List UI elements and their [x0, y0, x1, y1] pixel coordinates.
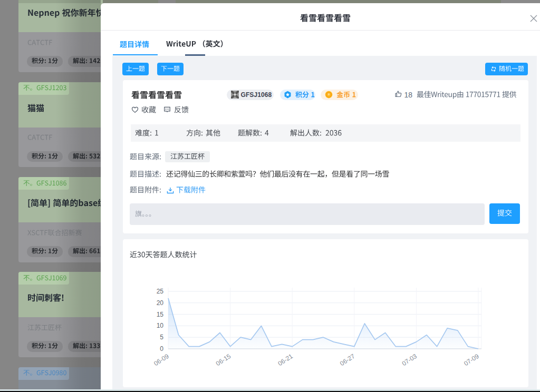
svg-text:06-15: 06-15: [215, 352, 233, 368]
svg-text:20: 20: [157, 299, 164, 307]
svg-text:5: 5: [160, 334, 163, 341]
svg-text:06-09: 06-09: [152, 352, 170, 368]
svg-text:25: 25: [157, 288, 164, 295]
svg-text:10: 10: [157, 322, 164, 329]
svg-text:06-27: 06-27: [339, 352, 356, 368]
svg-text:15: 15: [157, 311, 164, 318]
svg-text:0: 0: [160, 345, 163, 352]
svg-text:07-03: 07-03: [401, 352, 419, 368]
svg-text:07-09: 07-09: [462, 352, 480, 368]
svg-text:06-21: 06-21: [276, 352, 294, 368]
